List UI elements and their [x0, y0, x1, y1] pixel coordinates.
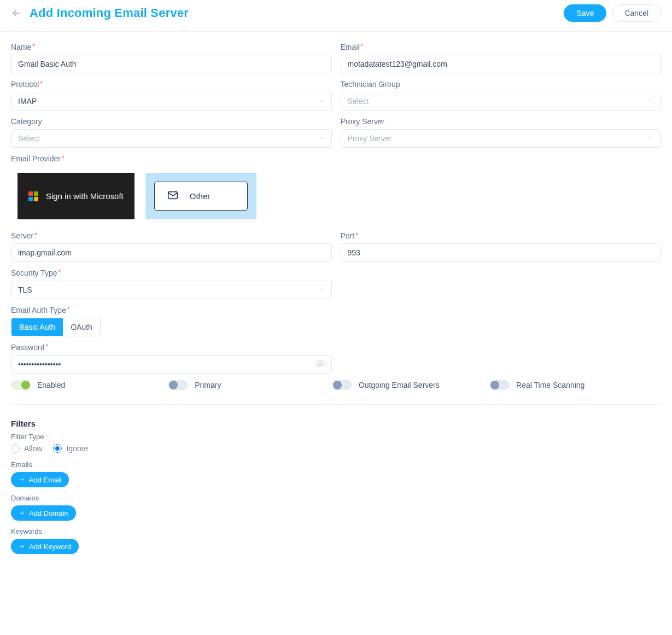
category-label: Category [11, 117, 332, 126]
page-title: Add Incoming Email Server [30, 6, 189, 20]
eye-icon[interactable] [315, 359, 325, 370]
auth-oauth-option[interactable]: OAuth [63, 318, 100, 336]
filter-allow-radio[interactable]: Allow [11, 444, 42, 453]
filters-section-title: Filters [11, 419, 661, 428]
technician-group-placeholder: Select [348, 97, 369, 106]
add-keyword-button[interactable]: ＋ Add Keyword [11, 539, 79, 554]
filter-keywords-label: Keywords [11, 527, 661, 535]
chevron-down-icon [647, 97, 654, 106]
filter-emails-label: Emails [11, 461, 661, 469]
microsoft-logo-icon [28, 191, 38, 201]
add-email-button[interactable]: ＋ Add Email [11, 472, 69, 487]
name-label: Name [11, 43, 332, 51]
filter-type-label: Filter Type [11, 433, 661, 441]
add-email-label: Add Email [29, 476, 61, 484]
port-label: Port [341, 231, 662, 240]
section-divider [11, 404, 661, 405]
realtime-scanning-toggle[interactable] [490, 380, 510, 390]
save-button[interactable]: Save [564, 4, 606, 22]
email-label: Email [341, 43, 662, 51]
email-input[interactable] [341, 55, 662, 73]
protocol-label: Protocol [11, 80, 332, 89]
server-input[interactable] [11, 243, 332, 262]
plus-icon: ＋ [19, 475, 26, 485]
primary-toggle[interactable] [168, 380, 188, 390]
security-type-label: Security Type [11, 269, 332, 277]
protocol-value: IMAP [18, 97, 37, 106]
name-input[interactable] [11, 55, 332, 73]
chevron-down-icon [647, 134, 654, 143]
radio-circle-icon [11, 444, 20, 453]
password-label: Password [11, 343, 332, 352]
outgoing-servers-toggle[interactable] [332, 380, 352, 390]
chevron-down-icon [318, 97, 325, 106]
enabled-toggle[interactable] [11, 380, 31, 390]
filter-ignore-radio[interactable]: Ignore [53, 444, 88, 453]
server-label: Server [11, 231, 332, 240]
plus-icon: ＋ [19, 508, 26, 518]
mail-icon [167, 189, 179, 203]
cancel-button[interactable]: Cancel [612, 4, 661, 22]
auth-basic-option[interactable]: Basic Auth [11, 318, 63, 336]
realtime-scanning-toggle-label: Real Time Scanning [516, 381, 585, 389]
provider-other-button[interactable]: Other [154, 182, 248, 211]
back-arrow-icon[interactable] [11, 8, 22, 19]
radio-circle-icon [53, 444, 62, 453]
password-input[interactable] [11, 355, 332, 374]
proxy-server-select[interactable]: Proxy Server [341, 129, 662, 148]
category-placeholder: Select [18, 134, 39, 143]
svg-point-2 [319, 362, 322, 365]
plus-icon: ＋ [19, 541, 26, 551]
email-auth-type-label: Email Auth Type [11, 306, 661, 314]
proxy-server-placeholder: Proxy Server [348, 134, 392, 143]
filter-domains-label: Domains [11, 494, 661, 502]
port-input[interactable] [341, 243, 662, 262]
provider-other-label: Other [190, 191, 211, 201]
technician-group-select[interactable]: Select [341, 92, 662, 110]
chevron-down-icon [318, 134, 325, 143]
sign-in-microsoft-label: Sign in with Microsoft [46, 191, 124, 201]
filter-allow-label: Allow [24, 444, 42, 453]
primary-toggle-label: Primary [195, 381, 221, 389]
add-domain-button[interactable]: ＋ Add Domain [11, 505, 76, 521]
chevron-down-icon [318, 286, 325, 294]
security-type-value: TLS [18, 286, 32, 294]
provider-other-card: Other [145, 173, 257, 219]
filter-ignore-label: Ignore [66, 444, 88, 453]
add-keyword-label: Add Keyword [29, 543, 71, 551]
security-type-select[interactable]: TLS [11, 281, 332, 299]
add-domain-label: Add Domain [29, 509, 68, 517]
sign-in-microsoft-button[interactable]: Sign in with Microsoft [17, 173, 135, 219]
proxy-server-label: Proxy Server [341, 117, 662, 126]
outgoing-servers-toggle-label: Outgoing Email Servers [359, 381, 440, 389]
page-header: Add Incoming Email Server Save Cancel [0, 0, 672, 32]
protocol-select[interactable]: IMAP [11, 92, 332, 110]
technician-group-label: Technician Group [341, 80, 662, 89]
enabled-toggle-label: Enabled [37, 381, 65, 389]
category-select[interactable]: Select [11, 129, 332, 148]
auth-type-segment: Basic Auth OAuth [11, 318, 101, 336]
email-provider-label: Email Provider [11, 154, 661, 163]
